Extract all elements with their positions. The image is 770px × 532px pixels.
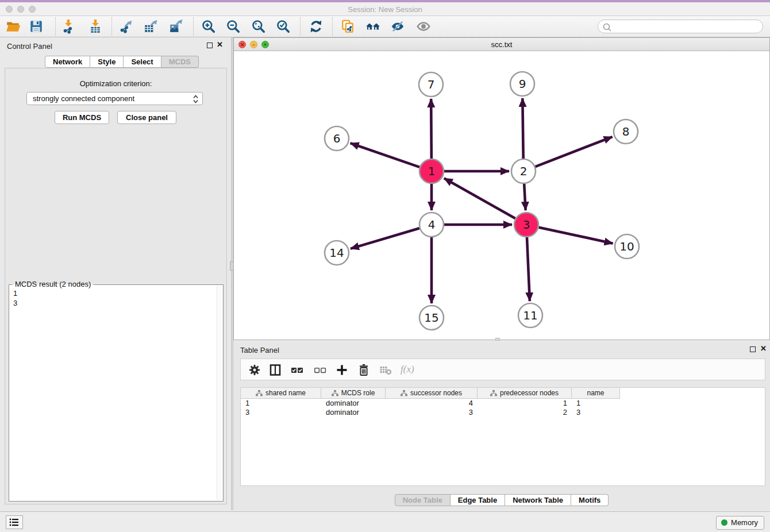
cell-successor-nodes[interactable]: 3 — [386, 408, 478, 417]
save-session-icon[interactable] — [29, 19, 44, 34]
zoom-fit-icon[interactable] — [251, 19, 266, 34]
column-header-label: name — [587, 389, 604, 397]
tab-network[interactable]: Network — [45, 56, 90, 68]
node-label: 10 — [619, 240, 634, 253]
select-all-icon[interactable] — [290, 363, 304, 377]
cell-name[interactable]: 3 — [572, 408, 620, 417]
cell-shared-name[interactable]: 1 — [241, 399, 321, 408]
node-4[interactable]: 4 — [419, 213, 444, 237]
optimization-criterion-label: Optimization criterion: — [5, 79, 226, 88]
import-table-icon[interactable] — [88, 19, 103, 34]
edge-3-10[interactable] — [538, 228, 613, 244]
edge-3-11[interactable] — [527, 237, 530, 301]
delete-column-icon[interactable] — [357, 363, 371, 377]
edge-2-9[interactable] — [522, 98, 523, 159]
network-graph[interactable]: 7968124314101511 — [234, 51, 769, 340]
table-tab-node-table[interactable]: Node Table — [395, 494, 451, 506]
column-namespace-icon — [332, 390, 338, 396]
node-6[interactable]: 6 — [325, 126, 349, 151]
table-panel-title: Table Panel — [240, 346, 279, 354]
deselect-all-icon[interactable] — [313, 363, 327, 377]
node-11[interactable]: 11 — [518, 303, 542, 327]
cell-successor-nodes[interactable]: 4 — [386, 399, 478, 408]
edge-2-8[interactable] — [536, 137, 613, 167]
import-network-icon[interactable] — [61, 19, 76, 34]
column-view-icon[interactable] — [268, 363, 282, 377]
export-network-icon[interactable] — [118, 19, 133, 34]
node-label: 9 — [519, 77, 526, 91]
toolbar-separator — [332, 17, 333, 36]
node-8[interactable]: 8 — [614, 119, 638, 144]
export-table-icon[interactable] — [143, 19, 158, 34]
table-row[interactable]: 1dominator411 — [241, 399, 620, 408]
show-panel-icon[interactable] — [416, 19, 431, 34]
toolbar-separator — [193, 17, 194, 36]
tab-select[interactable]: Select — [124, 56, 161, 68]
table-tab-edge-table[interactable]: Edge Table — [451, 494, 505, 506]
edge-1-6[interactable] — [351, 143, 420, 167]
apply-layout-icon[interactable] — [309, 19, 324, 34]
column-header-label: successor nodes — [410, 389, 462, 397]
tab-style[interactable]: Style — [90, 56, 124, 68]
node-15[interactable]: 15 — [419, 306, 444, 330]
cell-predecessor-nodes[interactable]: 2 — [478, 408, 572, 417]
column-header-mcds-role[interactable]: MCDS role — [321, 388, 386, 399]
node-7[interactable]: 7 — [419, 72, 443, 97]
edge-4-14[interactable] — [351, 228, 419, 249]
criterion-dropdown[interactable]: strongly connected component — [26, 92, 203, 105]
cell-predecessor-nodes[interactable]: 1 — [478, 399, 572, 408]
network-canvas[interactable]: 7968124314101511 — [234, 51, 769, 340]
node-2[interactable]: 2 — [511, 159, 536, 183]
run-mcds-button[interactable]: Run MCDS — [55, 111, 109, 124]
node-1[interactable]: 1 — [419, 159, 444, 183]
show-all-networks-icon[interactable] — [365, 19, 380, 34]
node-label: 4 — [428, 218, 436, 232]
edge-3-1[interactable] — [444, 178, 515, 218]
control-panel-title: Control Panel — [7, 42, 52, 51]
tab-mcds[interactable]: MCDS — [161, 56, 199, 68]
zoom-out-icon[interactable] — [226, 19, 241, 34]
search-icon — [602, 22, 613, 33]
cell-mcds-role[interactable]: dominator — [321, 399, 386, 408]
result-scrollbar[interactable] — [217, 286, 223, 500]
node-14[interactable]: 14 — [325, 241, 349, 265]
column-header-predecessor-nodes[interactable]: predecessor nodes — [478, 388, 572, 399]
column-header-successor-nodes[interactable]: successor nodes — [386, 388, 478, 399]
cell-name[interactable]: 1 — [572, 399, 620, 408]
gear-icon[interactable] — [248, 363, 261, 377]
memory-status-icon — [721, 519, 727, 526]
column-namespace-icon — [490, 390, 497, 396]
zoom-in-icon[interactable] — [201, 19, 216, 34]
stepper-icon — [192, 94, 199, 104]
search-input[interactable] — [613, 21, 757, 32]
copy-network-icon[interactable] — [340, 19, 355, 34]
open-file-icon[interactable] — [6, 19, 21, 34]
window-titlebar: Session: New Session — [0, 2, 770, 16]
column-header-name[interactable]: name — [572, 388, 620, 399]
close-panel-button[interactable]: Close panel — [117, 111, 176, 124]
canvas-resize-handle[interactable] — [495, 338, 500, 341]
float-panel-icon[interactable] — [207, 43, 213, 48]
add-column-icon[interactable] — [335, 363, 349, 377]
edge-2-3[interactable] — [524, 184, 525, 210]
column-header-shared-name[interactable]: shared name — [241, 388, 321, 399]
table-tab-motifs[interactable]: Motifs — [571, 494, 609, 506]
node-3[interactable]: 3 — [514, 213, 538, 237]
table-tab-network-table[interactable]: Network Table — [505, 494, 571, 506]
hide-panel-icon[interactable] — [390, 19, 405, 34]
export-image-icon[interactable] — [168, 19, 183, 34]
window-title: Session: New Session — [0, 5, 770, 14]
table-row[interactable]: 3dominator323 — [241, 408, 620, 417]
cell-mcds-role[interactable]: dominator — [321, 408, 386, 417]
close-table-panel-icon[interactable]: ✕ — [760, 345, 767, 353]
mcds-result-item: 3 — [13, 298, 17, 308]
cell-shared-name[interactable]: 3 — [241, 408, 321, 417]
node-10[interactable]: 10 — [615, 234, 639, 259]
task-history-button[interactable] — [6, 515, 23, 529]
float-table-panel-icon[interactable] — [750, 346, 756, 352]
node-9[interactable]: 9 — [510, 72, 534, 96]
close-panel-icon[interactable]: ✕ — [217, 41, 223, 49]
memory-button[interactable]: Memory — [716, 516, 764, 530]
edge-1-7[interactable] — [431, 99, 432, 159]
zoom-selected-icon[interactable] — [276, 19, 291, 34]
